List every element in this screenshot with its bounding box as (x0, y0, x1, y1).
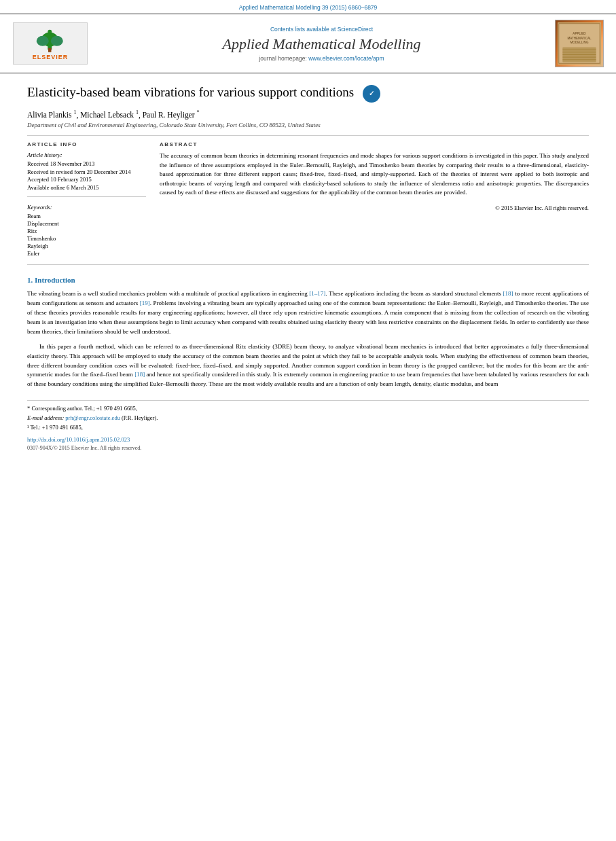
article-info-title: ARTICLE INFO (27, 141, 146, 147)
ref-19[interactable]: [19] (140, 300, 150, 306)
ref-18b[interactable]: [18] (134, 371, 145, 378)
doi-link[interactable]: http://dx.doi.org/10.1016/j.apm.2015.02.… (27, 436, 589, 443)
available-date: Available online 6 March 2015 (27, 184, 146, 191)
sciencedirect-link[interactable]: ScienceDirect (338, 26, 373, 33)
article-info-column: ARTICLE INFO Article history: Received 1… (27, 141, 146, 257)
journal-name: Applied Mathematical Modelling (98, 35, 545, 53)
footnote-tel1: ¹ Tel.: +1 970 491 6685, (27, 424, 589, 432)
divider-info (27, 196, 146, 197)
journal-title-area: Contents lists available at ScienceDirec… (98, 26, 545, 62)
svg-point-3 (51, 36, 63, 46)
copyright-line: © 2015 Elsevier Inc. All rights reserved… (160, 204, 589, 211)
keywords-section: Keywords: Beam Displacement Ritz Timoshe… (27, 204, 146, 257)
sciencedirect-line: Contents lists available at ScienceDirec… (98, 26, 545, 33)
revised-date: Received in revised form 20 December 201… (27, 168, 146, 175)
keyword-displacement: Displacement (27, 220, 146, 227)
homepage-link[interactable]: www.elsevier.com/locate/apm (308, 55, 384, 62)
divider-1 (27, 135, 589, 136)
intro-paragraph-1: The vibrating beam is a well studied mec… (27, 289, 589, 337)
elsevier-wordmark: ELSEVIER (33, 54, 69, 60)
intro-paragraph-2: In this paper a fourth method, which can… (27, 342, 589, 390)
svg-point-2 (37, 36, 49, 46)
svg-text:APPLIED: APPLIED (573, 32, 586, 35)
main-content: Elasticity-based beam vibrations for var… (0, 84, 616, 451)
email-link[interactable]: prh@engr.colostate.edu (65, 414, 120, 421)
section-1-heading: 1. Introduction (27, 276, 589, 284)
article-history-label: Article history: (27, 151, 146, 158)
elsevier-logo: ELSEVIER (10, 22, 91, 65)
ref-1-17[interactable]: [1–17] (309, 290, 325, 297)
keyword-timoshenko: Timoshenko (27, 235, 146, 242)
keywords-label: Keywords: (27, 204, 146, 211)
affiliation: Department of Civil and Environmental En… (27, 122, 589, 128)
footnote-corresponding: * Corresponding author. Tel.; +1 970 491… (27, 405, 589, 413)
journal-cover-image: APPLIED MATHEMATICAL MODELLING (552, 20, 606, 67)
abstract-text: The accuracy of common beam theories in … (160, 151, 589, 198)
svg-rect-4 (48, 48, 52, 52)
paper-title: Elasticity-based beam vibrations for var… (27, 84, 589, 103)
divider-2 (27, 264, 589, 265)
journal-reference: Applied Mathematical Modelling 39 (2015)… (0, 0, 616, 14)
svg-text:MODELLING: MODELLING (570, 41, 589, 44)
svg-point-5 (48, 30, 52, 34)
accepted-date: Accepted 10 February 2015 (27, 176, 146, 183)
keyword-beam: Beam (27, 213, 146, 219)
svg-text:MATHEMATICAL: MATHEMATICAL (567, 37, 592, 40)
ref-18[interactable]: [18] (503, 290, 513, 297)
article-body: ARTICLE INFO Article history: Received 1… (27, 141, 589, 257)
journal-homepage: journal homepage: www.elsevier.com/locat… (98, 55, 545, 62)
license-line: 0307-904X/© 2015 Elsevier Inc. All right… (27, 445, 589, 451)
abstract-title: ABSTRACT (160, 141, 589, 147)
authors-line: Alivia Plankis 1, Michael Lebsack 1, Pau… (27, 109, 589, 119)
crossmark-badge[interactable]: ✓ (363, 85, 380, 103)
footnotes-area: * Corresponding author. Tel.; +1 970 491… (27, 400, 589, 451)
keyword-ritz: Ritz (27, 228, 146, 234)
keyword-euler: Euler (27, 250, 146, 257)
received-date: Received 18 November 2013 (27, 160, 146, 167)
abstract-column: ABSTRACT The accuracy of common beam the… (160, 141, 589, 257)
cover-thumbnail: APPLIED MATHEMATICAL MODELLING (555, 20, 604, 67)
elsevier-tree-icon (30, 26, 71, 52)
footnote-email: E-mail address: prh@engr.colostate.edu (… (27, 414, 589, 423)
journal-header: ELSEVIER Contents lists available at Sci… (0, 14, 616, 73)
keyword-rayleigh: Rayleigh (27, 243, 146, 249)
